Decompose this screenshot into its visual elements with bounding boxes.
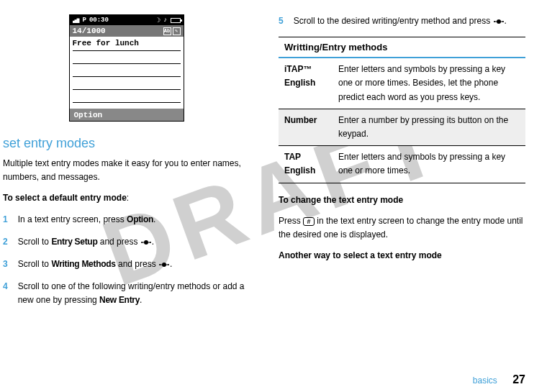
step-text: In a text entry screen, press Option.	[18, 213, 156, 227]
methods-table: Writting/Entry methods iTAP™ English Ent…	[279, 37, 525, 183]
another-heading: Another way to select a text entry mode	[279, 249, 525, 263]
sound-icon: ♪	[163, 17, 167, 24]
phone-empty-line	[73, 90, 181, 103]
page-footer: basics 27	[473, 373, 525, 386]
step-text: Scroll to Writing Methods and press .	[18, 257, 173, 271]
method-label: TAP English	[279, 146, 333, 183]
step-text: Scroll to Entry Setup and press .	[18, 235, 154, 249]
phone-status-bar: P 00:30 ☽ ♪	[70, 15, 184, 25]
phone-mockup: P 00:30 ☽ ♪ 14/1000 Ab ✎	[69, 14, 184, 122]
steps-list-right: 5 Scroll to the desired writing/entry me…	[279, 14, 525, 28]
step-number: 1	[3, 213, 8, 227]
text-fragment: Press	[279, 216, 303, 226]
text-fragment: In a text entry screen, press	[18, 214, 127, 224]
ui-label: Writing Methods	[51, 259, 115, 269]
svg-point-4	[159, 264, 161, 265]
text-fragment: Scroll to the desired writing/entry meth…	[294, 16, 493, 26]
table-row: iTAP™ English Enter letters and symbols …	[279, 58, 525, 109]
phone-text-line: Free for lunch	[73, 38, 181, 51]
char-counter: 14/1000	[73, 27, 106, 35]
select-heading-bold: To select a default entry mode	[3, 193, 127, 203]
steps-list: 1 In a text entry screen, press Option. …	[3, 213, 250, 308]
phone-empty-line	[73, 77, 181, 90]
step-number: 5	[279, 14, 284, 28]
center-key-icon	[493, 18, 505, 25]
center-key-icon	[140, 239, 152, 246]
mode-icon-1: Ab	[163, 27, 171, 35]
step-3: 3 Scroll to Writing Methods and press .	[3, 257, 250, 271]
intro-paragraph: Multiple text entry modes make it easy f…	[3, 157, 250, 184]
hash-key-icon: #	[303, 217, 315, 226]
battery-icon	[171, 18, 181, 23]
svg-point-6	[497, 19, 501, 24]
phone-entered-text: Free for lunch	[73, 39, 139, 47]
table-row: Number Enter a number by pressing its bu…	[279, 109, 525, 145]
step-number: 2	[3, 235, 8, 249]
svg-point-1	[141, 242, 143, 243]
step-number: 4	[3, 280, 8, 307]
table-row: TAP English Enter letters and symbols by…	[279, 146, 525, 183]
ui-label: Entry Setup	[51, 237, 97, 247]
method-desc: Enter letters and symbols by pressing a …	[333, 146, 525, 183]
text-fragment: .	[505, 16, 507, 26]
step-1: 1 In a text entry screen, press Option.	[3, 213, 250, 227]
option-softkey: Option	[74, 111, 103, 119]
method-desc: Enter letters and symbols by pressing a …	[333, 58, 525, 109]
status-time: 00:30	[89, 17, 109, 24]
text-fragment: and press	[97, 237, 140, 247]
svg-point-8	[502, 21, 504, 22]
text-fragment: and press	[116, 259, 158, 269]
signal-icon	[73, 17, 80, 23]
svg-point-2	[150, 242, 151, 243]
text-fragment: .	[152, 237, 154, 247]
footer-section-label: basics	[473, 375, 497, 386]
phone-empty-line	[73, 64, 181, 77]
svg-point-3	[162, 263, 166, 267]
step-2: 2 Scroll to Entry Setup and press .	[3, 235, 250, 249]
section-title: set entry modes	[3, 136, 250, 151]
ui-label: Option	[127, 214, 153, 224]
select-heading: To select a default entry mode:	[3, 191, 250, 205]
select-heading-colon: :	[127, 193, 129, 203]
text-fragment: .	[170, 259, 172, 269]
svg-point-5	[168, 264, 169, 265]
phone-counter-bar: 14/1000 Ab ✎	[70, 25, 184, 37]
change-paragraph: Press # in the text entry screen to chan…	[279, 214, 525, 242]
mode-icon-2: ✎	[173, 27, 181, 35]
step-text: Scroll to one of the following writing/e…	[18, 280, 250, 307]
status-p: P	[83, 17, 86, 24]
phone-empty-line	[73, 51, 181, 64]
text-fragment: .	[153, 214, 155, 224]
method-label: Number	[279, 109, 333, 145]
svg-point-0	[144, 240, 148, 245]
text-fragment: .	[140, 295, 142, 305]
center-key-icon	[158, 261, 170, 268]
change-heading: To change the text entry mode	[279, 193, 525, 207]
svg-point-7	[494, 21, 495, 22]
step-4: 4 Scroll to one of the following writing…	[3, 280, 250, 307]
table-header: Writting/Entry methods	[279, 37, 525, 58]
method-desc: Enter a number by pressing its button on…	[333, 109, 525, 145]
moon-icon: ☽	[157, 17, 161, 24]
step-number: 3	[3, 257, 8, 271]
left-column: P 00:30 ☽ ♪ 14/1000 Ab ✎	[0, 14, 250, 316]
text-fragment: Scroll to	[18, 237, 52, 247]
text-fragment: in the text entry screen to change the e…	[279, 216, 523, 240]
footer-page-number: 27	[512, 373, 525, 386]
phone-softkey-bar: Option	[70, 109, 184, 121]
ui-label: New Entry	[99, 295, 140, 305]
method-label: iTAP™ English	[279, 58, 333, 109]
step-text: Scroll to the desired writing/entry meth…	[294, 14, 507, 28]
step-5: 5 Scroll to the desired writing/entry me…	[279, 14, 525, 28]
right-column: 5 Scroll to the desired writing/entry me…	[279, 14, 525, 316]
phone-text-area: Free for lunch	[70, 37, 184, 109]
text-fragment: Scroll to	[18, 259, 52, 269]
